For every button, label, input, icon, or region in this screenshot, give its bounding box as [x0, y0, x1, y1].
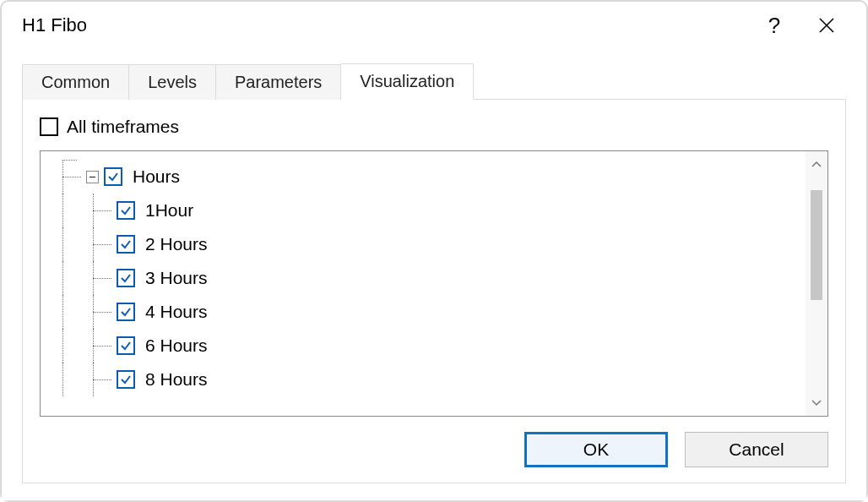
help-button[interactable]: ?: [755, 6, 794, 45]
check-icon: [120, 238, 132, 250]
tree-scrollbar[interactable]: [806, 151, 827, 416]
tree-node-item: 2 Hours: [56, 227, 799, 261]
tree-connector: [56, 194, 86, 227]
close-button[interactable]: [807, 6, 846, 45]
tree-connector: [56, 295, 86, 329]
tree-node-item: 3 Hours: [56, 261, 799, 295]
all-timeframes-checkbox[interactable]: [40, 117, 58, 136]
timeframe-tree-container: Hours 1Hour: [40, 150, 828, 417]
tree-label-item[interactable]: 4 Hours: [145, 302, 208, 322]
dialog-buttons: OK Cancel: [40, 417, 828, 467]
timeframe-tree: Hours 1Hour: [41, 151, 806, 416]
tree-connector: [56, 160, 86, 194]
dialog-window: H1 Fibo ? Common Levels Parameters Visua…: [0, 0, 868, 502]
tree-node-item: 1Hour: [56, 194, 799, 227]
tree-label-item[interactable]: 3 Hours: [145, 268, 208, 288]
tree-label-item[interactable]: 1Hour: [145, 200, 193, 221]
scroll-up-button[interactable]: [806, 156, 827, 172]
check-icon: [107, 171, 119, 183]
tab-parameters[interactable]: Parameters: [216, 64, 341, 100]
check-icon: [120, 374, 132, 385]
check-icon: [120, 272, 132, 284]
tree-connector: [86, 363, 117, 396]
tree-node-hours: Hours: [56, 160, 799, 194]
tree-connector: [86, 227, 117, 261]
tree-connector: [86, 295, 117, 329]
content-area: Common Levels Parameters Visualization A…: [2, 49, 866, 500]
check-icon: [120, 205, 132, 216]
chevron-up-icon: [811, 161, 822, 167]
checkbox-1hour[interactable]: [117, 201, 135, 220]
tab-common[interactable]: Common: [22, 64, 129, 100]
window-title: H1 Fibo: [22, 14, 755, 36]
tree-connector: [86, 329, 117, 363]
scroll-down-button[interactable]: [806, 396, 827, 411]
tabs-row: Common Levels Parameters Visualization: [22, 63, 846, 100]
check-icon: [120, 306, 132, 318]
close-icon: [818, 17, 835, 34]
tree-node-item: 4 Hours: [56, 295, 799, 329]
checkbox-8hours[interactable]: [117, 370, 135, 389]
check-icon: [120, 340, 132, 352]
tree-connector: [56, 261, 86, 295]
checkbox-4hours[interactable]: [117, 303, 135, 321]
tree-label-item[interactable]: 6 Hours: [145, 336, 208, 356]
tree-connector: [56, 363, 86, 396]
cancel-button[interactable]: Cancel: [685, 432, 828, 467]
checkbox-hours[interactable]: [104, 167, 122, 186]
tab-visualization[interactable]: Visualization: [341, 63, 474, 100]
chevron-down-icon: [811, 400, 822, 407]
tab-panel-visualization: All timeframes Hours: [22, 99, 846, 483]
tree-connector: [56, 329, 86, 363]
tree-label-item[interactable]: 2 Hours: [145, 234, 208, 254]
all-timeframes-row: All timeframes: [40, 117, 828, 137]
tree-connector: [86, 194, 117, 227]
tree-node-item: 8 Hours: [56, 363, 799, 396]
ok-button[interactable]: OK: [524, 432, 668, 467]
checkbox-6hours[interactable]: [117, 336, 135, 355]
tree-label-item[interactable]: 8 Hours: [145, 369, 208, 390]
titlebar: H1 Fibo ?: [2, 2, 866, 49]
expand-toggle-hours[interactable]: [86, 171, 99, 183]
tree-connector: [86, 261, 117, 295]
tab-levels[interactable]: Levels: [129, 64, 216, 100]
checkbox-2hours[interactable]: [117, 235, 135, 254]
tree-connector: [56, 227, 86, 261]
tree-node-item: 6 Hours: [56, 329, 799, 363]
scroll-thumb[interactable]: [811, 190, 822, 300]
checkbox-3hours[interactable]: [117, 269, 135, 287]
scroll-track[interactable]: [806, 172, 827, 396]
tree-label-hours[interactable]: Hours: [133, 166, 180, 187]
all-timeframes-label: All timeframes: [67, 117, 179, 137]
